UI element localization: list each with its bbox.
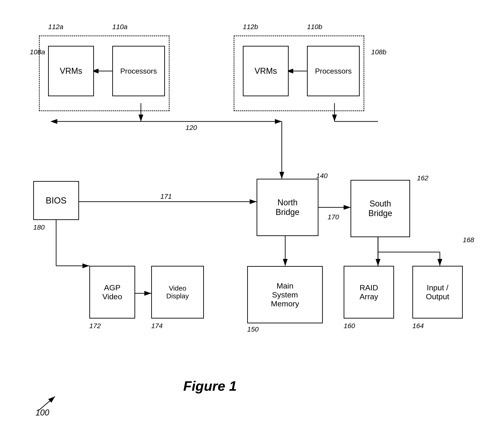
ref-110a: 110a — [112, 23, 128, 31]
ref-172: 172 — [89, 322, 101, 330]
figure-arrow — [37, 394, 59, 412]
south-bridge-label: SouthBridge — [368, 199, 392, 218]
bios-box: BIOS — [33, 181, 79, 220]
ref-108a: 108a — [30, 48, 45, 56]
ref-171: 171 — [160, 192, 172, 200]
figure-title: Figure 1 — [183, 378, 237, 394]
main-memory-box: MainSystemMemory — [247, 266, 323, 323]
north-bridge-box: NorthBridge — [257, 179, 318, 236]
ref-120: 120 — [186, 124, 197, 131]
ref-110b: 110b — [307, 23, 322, 31]
vrm-a-box: VRMs — [48, 46, 94, 96]
ref-170: 170 — [328, 213, 339, 221]
processor-b-box: Processors — [307, 46, 360, 96]
input-output-box: Input /Output — [412, 266, 463, 318]
svg-line-23 — [39, 397, 55, 410]
north-bridge-label: NorthBridge — [276, 198, 299, 217]
ref-160: 160 — [344, 322, 355, 330]
diagram: VRMs Processors VRMs Processors BIOS Nor… — [0, 0, 504, 437]
ref-162: 162 — [417, 174, 428, 182]
ref-150: 150 — [247, 325, 259, 333]
ref-180: 180 — [33, 223, 45, 231]
ref-112b: 112b — [243, 23, 258, 31]
agp-video-box: AGPVideo — [89, 266, 135, 318]
ref-164: 164 — [412, 322, 424, 330]
south-bridge-box: SouthBridge — [351, 180, 410, 237]
ref-112a: 112a — [48, 23, 63, 31]
raid-array-box: RAIDArray — [344, 266, 394, 318]
video-display-box: VideoDisplay — [151, 266, 204, 318]
processor-a-box: Processors — [112, 46, 165, 96]
ref-168: 168 — [463, 236, 474, 244]
ref-174: 174 — [151, 322, 163, 330]
ref-140: 140 — [316, 172, 328, 180]
ref-108b: 108b — [371, 48, 386, 56]
vrm-b-box: VRMs — [243, 46, 289, 96]
